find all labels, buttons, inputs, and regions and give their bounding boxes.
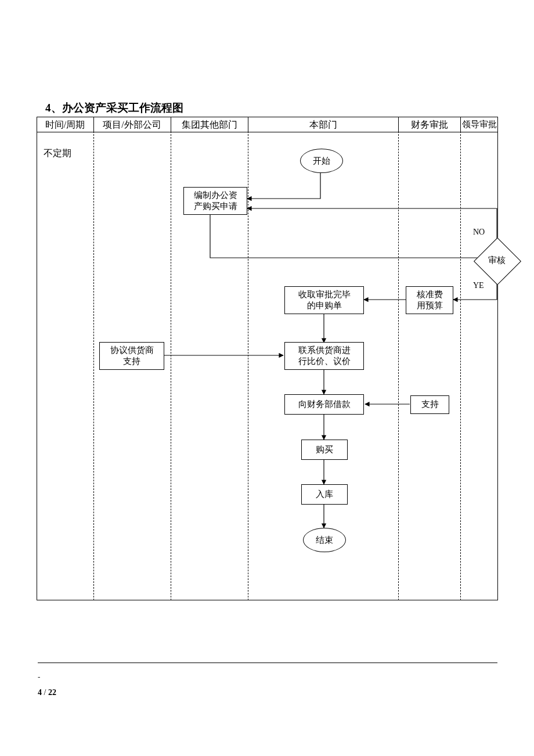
process-borrow: 向财务部借款 — [284, 394, 364, 415]
process-budget: 核准费 用预算 — [406, 286, 453, 314]
decision-audit-label: 审核 — [488, 255, 506, 266]
col-header-finance: 财务审批 — [398, 117, 460, 132]
swimlane-body: 不定期 — [37, 131, 498, 600]
process-buy: 购买 — [301, 440, 348, 460]
process-supplier-support: 协议供货商 支持 — [99, 342, 164, 370]
page-current: 4 — [38, 688, 42, 697]
terminator-end: 结束 — [303, 528, 346, 552]
col-header-project: 项目/外部公司 — [93, 117, 171, 132]
col-header-period: 时间/周期 — [37, 117, 93, 132]
page-title: 4、办公资产采买工作流程图 — [45, 100, 183, 116]
process-contact: 联系供货商进 行比价、议价 — [284, 342, 364, 370]
col-header-thisdept: 本部门 — [248, 117, 398, 132]
page-total: 22 — [48, 688, 56, 697]
swimlane-header: 时间/周期 项目/外部公司 集团其他部门 本部门 财务审批 领导审批 — [37, 117, 498, 131]
col-header-otherdept: 集团其他部门 — [171, 117, 248, 132]
label-no: NO — [473, 228, 485, 237]
process-support: 支持 — [410, 395, 449, 414]
footer-dash: - — [38, 672, 40, 682]
process-compile: 编制办公资 产购买申请 — [183, 187, 247, 215]
terminator-start: 开始 — [300, 149, 343, 173]
process-stock: 入库 — [301, 484, 348, 505]
page: 4、办公资产采买工作流程图 时间/周期 项目/外部公司 集团其他部门 本部门 财… — [0, 0, 534, 756]
process-collect: 收取审批完毕 的申购单 — [284, 286, 364, 314]
page-sep: / — [42, 688, 48, 697]
period-label: 不定期 — [44, 147, 71, 160]
page-number: 4 / 22 — [38, 688, 56, 697]
col-header-leader: 领导审批 — [460, 117, 498, 132]
footer-line — [38, 663, 497, 663]
label-yes: YE — [473, 281, 484, 290]
